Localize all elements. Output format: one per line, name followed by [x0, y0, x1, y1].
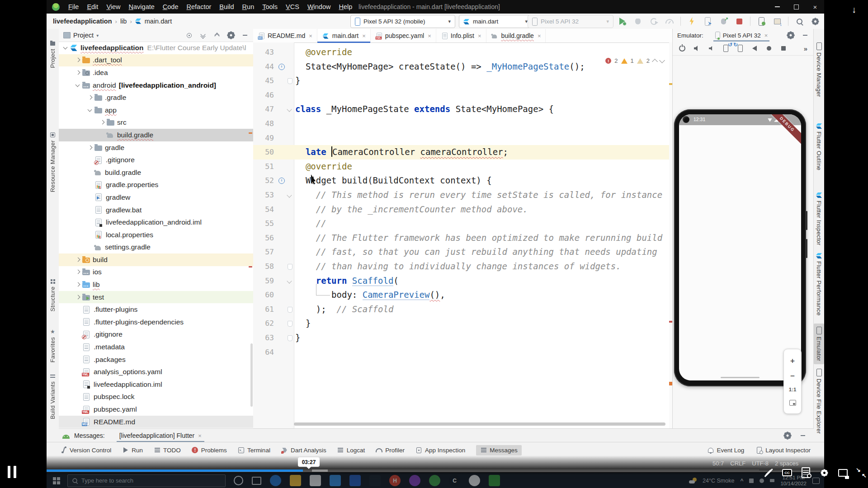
next-issue-icon[interactable]: [659, 57, 665, 63]
taskbar-app-mail[interactable]: [310, 475, 321, 486]
run-config-dropdown[interactable]: main.dart ▾: [459, 15, 532, 28]
settings-icon[interactable]: [819, 467, 830, 478]
menu-code[interactable]: Code: [159, 0, 183, 14]
zoom-in-button[interactable]: +: [790, 357, 795, 365]
overview-icon[interactable]: [779, 44, 788, 52]
stripe-mark-warning[interactable]: [669, 83, 672, 85]
tree-item-gradlew-bat[interactable]: gradlew.bat: [59, 204, 253, 216]
sidebar-item-favorites[interactable]: ★Favorites: [47, 329, 59, 362]
code-line-53[interactable]: 53// This method is rerun every time set…: [253, 188, 669, 202]
code-line-49[interactable]: 49: [253, 131, 669, 145]
sidebar-item-build-variants[interactable]: Build Variants: [47, 373, 59, 419]
taskbar-app-vscode[interactable]: C: [449, 475, 460, 486]
statusbar-terminal[interactable]: Terminal: [238, 447, 270, 454]
tree-item-local-properties[interactable]: local.properties: [59, 229, 253, 241]
weather-text[interactable]: 24°C Smoke: [703, 478, 734, 484]
tree-item-settings-gradle[interactable]: settings.gradle: [59, 241, 253, 254]
menu-window[interactable]: Window: [303, 0, 335, 14]
hide-panel-icon[interactable]: [799, 432, 807, 439]
close-icon[interactable]: ×: [428, 33, 431, 39]
tree-item-gradlew[interactable]: gradlew: [59, 191, 253, 204]
code-line-47[interactable]: 47class _MyHomePageState extends State<M…: [253, 102, 669, 117]
tree-chevron-icon[interactable]: [75, 57, 81, 63]
stripe-mark-error[interactable]: [669, 382, 672, 385]
avd-manager-icon[interactable]: [772, 16, 782, 26]
home-icon[interactable]: [765, 44, 773, 52]
shrink-icon[interactable]: [856, 467, 867, 478]
editor[interactable]: README.md×main.dart×pubspec.yaml×Info.pl…: [253, 29, 672, 428]
statusbar-profiler[interactable]: Profiler: [376, 447, 405, 454]
sidebar-item-device-manager[interactable]: Device Manager: [814, 42, 824, 97]
hot-restart-icon[interactable]: [718, 16, 728, 26]
taskbar-search[interactable]: Type here to search: [67, 474, 226, 487]
code-line-51[interactable]: 51@override: [253, 160, 669, 174]
tree-item-pubspec-yaml[interactable]: pubspec.yaml: [59, 403, 253, 416]
indent-setting[interactable]: 2 spaces: [775, 460, 798, 467]
code-line-46[interactable]: 46: [253, 88, 669, 103]
tree-item-build-gradle[interactable]: build.gradle: [59, 129, 253, 141]
sidebar-item-flutter-inspector[interactable]: Flutter Inspector: [814, 192, 824, 245]
tree-chevron-icon[interactable]: [87, 145, 93, 151]
gear-icon[interactable]: [784, 432, 791, 439]
progress-bar[interactable]: [47, 469, 759, 472]
tree-item--dart-tool[interactable]: .dart_tool: [59, 54, 253, 67]
pause-button[interactable]: [8, 466, 19, 478]
breadcrumb-project[interactable]: livefeedapplication: [53, 18, 112, 25]
tab-build-gradle[interactable]: build.gradle×: [486, 29, 546, 42]
tree-item-app[interactable]: app: [59, 104, 253, 117]
code-line-62[interactable]: 62}: [253, 316, 669, 331]
tree-scrollbar[interactable]: [250, 343, 253, 407]
override-marker-icon[interactable]: ↑: [278, 178, 285, 184]
menu-edit[interactable]: Edit: [83, 0, 102, 14]
tree-item-src[interactable]: src: [59, 117, 253, 129]
tree-item-readme-md[interactable]: README.md: [59, 416, 253, 428]
menu-help[interactable]: Help: [335, 0, 356, 14]
hide-panel-icon[interactable]: [802, 32, 809, 39]
gear-icon[interactable]: [227, 32, 235, 39]
statusbar-run[interactable]: Run: [122, 447, 143, 454]
tree-item-gradle[interactable]: gradle: [59, 141, 253, 154]
transcript-icon[interactable]: [800, 467, 811, 478]
close-icon[interactable]: ×: [309, 33, 312, 39]
menu-run[interactable]: Run: [238, 0, 259, 14]
fold-icon[interactable]: [287, 107, 292, 112]
tree-item-livefeedapplication-iml[interactable]: livefeedapplication.iml: [59, 378, 253, 391]
annotate-off-icon[interactable]: [763, 467, 774, 478]
caret-position[interactable]: 50:7: [712, 460, 724, 467]
hot-reload-icon[interactable]: [687, 16, 697, 26]
rotate-left-icon[interactable]: [722, 44, 730, 52]
tree-chevron-icon[interactable]: [99, 119, 105, 126]
tree-item-android[interactable]: android[livefeedapplication_android]: [59, 79, 253, 92]
tab-main-dart[interactable]: main.dart×: [317, 29, 371, 42]
sidebar-item-flutter-performance[interactable]: Flutter Performance: [814, 253, 824, 316]
close-icon[interactable]: ×: [478, 33, 481, 39]
code-line-45[interactable]: 45}: [253, 74, 669, 88]
tree-chevron-icon[interactable]: [75, 282, 81, 288]
messages-tab[interactable]: [livefeedapplication] Flutter ×: [117, 429, 204, 442]
stop-icon[interactable]: [734, 16, 744, 26]
deploy-target-dropdown[interactable]: Pixel 5 API 32 ▾: [528, 15, 613, 28]
statusbar-layout-inspector[interactable]: Layout Inspector: [756, 447, 811, 454]
taskbar-app-file-explorer[interactable]: [290, 475, 301, 486]
menu-refactor[interactable]: Refactor: [183, 0, 216, 14]
debug-icon[interactable]: [633, 16, 643, 26]
tree-item--flutter-plugins-dependencies[interactable]: .flutter-plugins-dependencies: [59, 316, 253, 328]
statusbar-todo[interactable]: TODO: [154, 447, 181, 454]
tree-item-build-gradle[interactable]: build.gradle: [59, 166, 253, 179]
taskbar-app-cortana[interactable]: [234, 476, 243, 485]
project-view-selector[interactable]: Project: [73, 32, 94, 39]
taskbar-app-app-green[interactable]: [489, 475, 500, 486]
menu-navigate[interactable]: Navigate: [125, 0, 159, 14]
tree-chevron-icon[interactable]: [62, 45, 69, 51]
taskbar-app-app-light[interactable]: [469, 475, 480, 486]
tree-chevron-icon[interactable]: [75, 269, 81, 275]
run-icon[interactable]: [617, 16, 627, 26]
volume-up-icon[interactable]: [693, 44, 701, 52]
back-icon[interactable]: [750, 44, 759, 52]
taskbar-app-app-red[interactable]: H: [389, 475, 401, 486]
menu-file[interactable]: File: [64, 0, 83, 14]
taskbar-app-app-purple[interactable]: [409, 475, 420, 486]
code-line-52[interactable]: 52↑Widget build(BuildContext context) {: [253, 174, 669, 188]
code-line-50[interactable]: 50late CameraController cameraController…: [253, 145, 669, 160]
taskbar-app-task-view[interactable]: [252, 477, 261, 485]
